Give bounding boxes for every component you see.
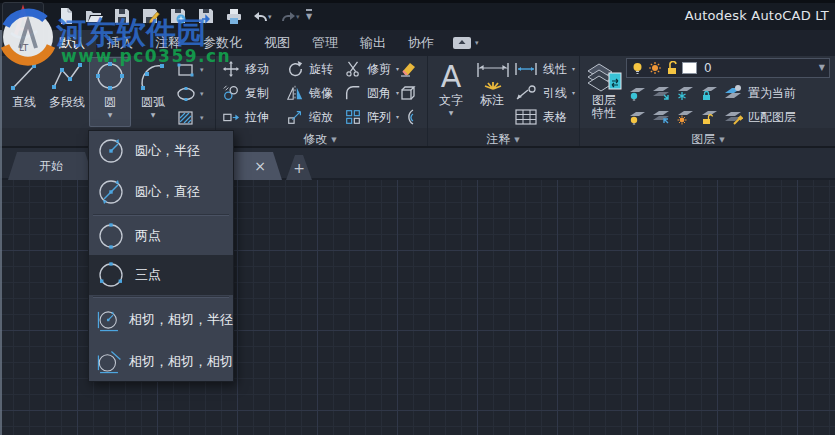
layer-lock-button[interactable] <box>699 83 719 103</box>
menu-item-two-point[interactable]: 两点 <box>89 217 233 255</box>
polyline-button[interactable]: 多段线 <box>45 57 89 127</box>
layers-panel-label[interactable]: 图层▼ <box>668 130 748 150</box>
layer-on-icon <box>627 108 647 126</box>
move-icon <box>222 60 240 78</box>
ribbon-tab-output[interactable]: 输出 <box>349 30 397 56</box>
batch-plot-icon[interactable] <box>196 6 218 26</box>
layer-isolate-icon <box>651 84 671 102</box>
annotation-panel-label[interactable]: 注释▼ <box>463 130 543 150</box>
stretch-button[interactable]: 拉伸 <box>222 107 269 127</box>
layer-properties-button[interactable]: 图层 特性 <box>584 57 624 127</box>
layer-isolate-button[interactable] <box>651 83 671 103</box>
array-button[interactable]: 阵列 ▾ <box>344 107 399 127</box>
circle-center-diameter-icon <box>96 176 128 208</box>
window-title: Autodesk AutoCAD LT <box>685 8 829 23</box>
trim-button[interactable]: 修剪 ▾ <box>344 59 399 79</box>
layer-color-swatch <box>682 62 697 74</box>
layer-unisolate-button[interactable] <box>651 107 671 127</box>
leader-button[interactable]: 引线 ▾ <box>514 83 575 103</box>
ribbon-tab-default[interactable]: 默认 <box>48 30 96 56</box>
undo-dropdown-caret[interactable]: ▾ <box>268 7 272 27</box>
menu-item-center-diameter[interactable]: 圆心，直径 <box>89 171 233 213</box>
arc-button[interactable]: 圆弧 ▼ <box>132 57 174 127</box>
layers-panel-caret: ▼ <box>719 136 724 144</box>
dimension-button[interactable]: 标注 <box>472 57 512 127</box>
modify-panel-label[interactable]: 修改▼ <box>280 130 360 150</box>
circle-2-point-icon <box>96 220 128 252</box>
plot-icon[interactable] <box>224 6 246 26</box>
rotate-button[interactable]: 旋转 <box>286 59 333 79</box>
layer-freeze-button[interactable] <box>675 83 695 103</box>
hatch-button[interactable]: ▾ <box>176 107 212 129</box>
ribbon-display-toggle[interactable]: ▾ <box>445 30 487 56</box>
explode-button[interactable] <box>398 83 418 103</box>
match-layer-icon <box>723 108 743 126</box>
circle-dropdown-caret[interactable]: ▼ <box>89 111 131 118</box>
layer-off-button[interactable] <box>627 83 647 103</box>
rectangle-dropdown-caret[interactable]: ▾ <box>200 60 204 80</box>
redo-dropdown-caret[interactable]: ▾ <box>296 7 300 27</box>
layer-thaw-icon <box>675 108 695 126</box>
file-tab-start[interactable]: 开始 <box>8 152 94 180</box>
text-dropdown-caret[interactable]: ▼ <box>432 109 470 116</box>
modify-panel-label-text: 修改 <box>303 132 327 146</box>
rectangle-button[interactable]: ▾ <box>176 59 212 81</box>
ribbon-tab-view[interactable]: 视图 <box>253 30 301 56</box>
save-to-web-icon[interactable] <box>168 6 190 26</box>
text-button-label: 文字 <box>432 94 470 107</box>
ribbon-tab-collaborate[interactable]: 协作 <box>397 30 445 56</box>
copy-button[interactable]: 复制 <box>222 83 269 103</box>
erase-button[interactable] <box>398 59 418 79</box>
save-icon[interactable] <box>112 6 134 26</box>
polyline-button-label: 多段线 <box>45 96 89 109</box>
ribbon-tab-parametric[interactable]: 参数化 <box>192 30 253 56</box>
menu-item-center-radius[interactable]: 圆心，半径 <box>89 131 233 171</box>
application-menu-button[interactable] <box>2 2 44 48</box>
save-as-icon[interactable] <box>140 6 162 26</box>
arc-dropdown-caret[interactable]: ▼ <box>132 111 174 118</box>
qat-customize-icon[interactable]: ▼ <box>306 9 312 22</box>
set-current-icon <box>723 84 743 102</box>
ellipse-dropdown-caret[interactable]: ▾ <box>200 84 204 104</box>
fillet-button[interactable]: 圆角 ▾ <box>344 83 399 103</box>
menu-separator <box>93 214 229 216</box>
ellipse-button[interactable]: ▾ <box>176 83 212 105</box>
leader-icon <box>514 85 538 101</box>
leader-label: 引线 <box>543 85 567 102</box>
new-file-icon[interactable] <box>56 6 78 26</box>
line-button[interactable]: 直线 <box>3 57 45 127</box>
scale-button[interactable]: 缩放 <box>286 107 333 127</box>
table-button[interactable]: 表格 <box>514 107 567 127</box>
new-drawing-tab-button[interactable]: + <box>286 155 312 180</box>
set-current-button[interactable]: 置为当前 <box>723 83 796 103</box>
close-tab-icon[interactable]: × <box>254 157 266 175</box>
ribbon-tab-annotate[interactable]: 注释 <box>144 30 192 56</box>
layer-unlock-icon <box>666 61 678 75</box>
move-button[interactable]: 移动 <box>222 59 269 79</box>
ribbon-tab-manage[interactable]: 管理 <box>301 30 349 56</box>
layer-properties-icon <box>585 59 623 93</box>
ribbon-tab-insert[interactable]: 插入 <box>96 30 144 56</box>
layer-select-combo[interactable]: 0 ▼ <box>626 58 830 78</box>
layer-on-button[interactable] <box>627 107 647 127</box>
open-folder-icon[interactable] <box>84 6 106 26</box>
match-layer-label: 匹配图层 <box>748 109 796 126</box>
linear-dim-caret[interactable]: ▾ <box>572 59 575 79</box>
circle-dropdown-menu: 圆心，半径 圆心，直径 两点 三点 相切，相切，半径 相切，相切，相切 <box>88 130 234 382</box>
match-layer-button[interactable]: 匹配图层 <box>723 107 796 127</box>
menu-item-tan-tan-radius[interactable]: 相切，相切，半径 <box>89 299 233 341</box>
dimension-icon <box>474 59 510 93</box>
stretch-icon <box>222 108 240 126</box>
linear-dimension-button[interactable]: 线性 ▾ <box>514 59 575 79</box>
mirror-button[interactable]: 镜像 <box>286 83 333 103</box>
table-icon <box>514 109 538 125</box>
leader-caret[interactable]: ▾ <box>572 83 575 103</box>
circle-button[interactable]: 圆 ▼ <box>89 57 131 127</box>
offset-button[interactable] <box>398 107 418 127</box>
layer-thaw-button[interactable] <box>675 107 695 127</box>
hatch-dropdown-caret[interactable]: ▾ <box>200 108 204 128</box>
menu-item-three-point[interactable]: 三点 <box>89 255 233 295</box>
layer-unlock-button[interactable] <box>699 107 719 127</box>
text-button[interactable]: A 文字 ▼ <box>432 57 470 127</box>
menu-item-tan-tan-tan[interactable]: 相切，相切，相切 <box>89 341 233 383</box>
